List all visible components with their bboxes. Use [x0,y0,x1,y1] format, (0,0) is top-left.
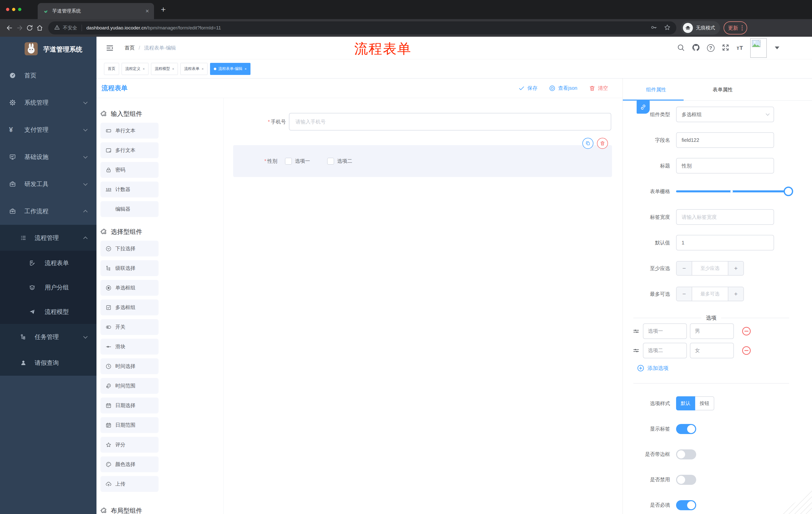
tab-component-props[interactable]: 组件属性 [623,78,689,100]
remove-option-button[interactable] [742,346,751,356]
disabled-toggle[interactable] [676,475,696,485]
breadcrumb-home[interactable]: 首页 [125,45,135,51]
drag-handle-icon[interactable] [632,347,640,354]
style-default-button[interactable]: 默认 [676,396,695,410]
save-button[interactable]: 保存 [518,85,538,91]
close-icon[interactable]: × [172,67,174,71]
option1-value-input[interactable] [690,323,734,339]
gender-option2-checkbox[interactable] [327,158,334,165]
palette-item-date-range[interactable]: 日期范围 [100,417,158,433]
min-select-input[interactable] [692,262,728,275]
field-name-input[interactable] [676,132,774,148]
sidebar-item-process-form[interactable]: 流程表单 [0,251,96,275]
increment-button[interactable]: + [728,262,744,275]
palette-item-cascader[interactable]: 级联选择 [100,260,158,276]
clear-button[interactable]: 清空 [589,85,608,91]
font-size-icon[interactable]: ᴛT [736,45,743,51]
decrement-button[interactable]: − [676,287,692,301]
sidebar-item-leave-query[interactable]: 请假查询 [0,350,96,376]
palette-item-multi-line-text[interactable]: 多行文本 [100,142,158,158]
new-tab-button[interactable]: + [161,4,166,14]
forward-icon[interactable] [14,24,25,32]
bookmark-star-icon[interactable] [664,24,671,32]
view-json-button[interactable]: 查看json [549,85,577,91]
drag-handle-icon[interactable] [632,327,640,335]
style-button-button[interactable]: 按钮 [695,396,714,410]
close-tab-icon[interactable]: × [145,8,149,14]
sidebar-logo[interactable]: 芋道管理系统 [0,37,96,62]
search-icon[interactable] [677,44,685,53]
palette-item-radio-group[interactable]: 单选框组 [100,280,158,296]
palette-item-time-range[interactable]: 时间范围 [100,378,158,394]
form-grid-slider[interactable] [676,184,789,199]
github-icon[interactable] [692,44,700,53]
sidebar-item-workflow[interactable]: 工作流程 [0,198,96,225]
increment-button[interactable]: + [728,287,744,301]
window-controls[interactable] [6,8,21,11]
component-type-select[interactable]: 多选框组 [676,107,774,122]
phone-field[interactable]: *手机号 [224,113,611,131]
browser-tab[interactable]: 芋道管理系统 × [38,3,154,19]
label-width-input[interactable] [676,209,774,225]
browser-menu-icon[interactable] [742,25,743,30]
palette-item-switch[interactable]: 开关 [100,319,158,335]
decrement-button[interactable]: − [676,262,692,275]
url-domain[interactable]: dashboard.yudao.iocoder.cn [86,25,146,31]
palette-item-checkbox-group[interactable]: 多选框组 [100,299,158,315]
tag-process-definition[interactable]: 流程定义× [122,63,148,75]
close-icon[interactable]: × [143,67,145,71]
palette-item-slider[interactable]: 滑块 [100,339,158,355]
palette-item-color-picker[interactable]: 颜色选择 [100,456,158,472]
phone-input[interactable] [289,113,611,131]
close-window-button[interactable] [6,8,9,11]
tab-form-props[interactable]: 表单属性 [689,78,756,100]
close-icon[interactable]: × [202,67,203,71]
palette-item-time-picker[interactable]: 时间选择 [100,358,158,374]
sidebar-item-task-management[interactable]: 任务管理 [0,324,96,350]
slider-handle[interactable] [784,187,793,196]
minimize-window-button[interactable] [12,8,15,11]
security-label[interactable]: 不安全 [63,25,77,31]
sidebar-item-infrastructure[interactable]: 基础设施 [0,143,96,170]
border-toggle[interactable] [676,450,696,459]
link-badge[interactable] [637,101,650,114]
option2-label-input[interactable] [643,343,687,358]
palette-item-counter[interactable]: 123计数器 [100,182,158,197]
form-canvas[interactable]: *手机号 *性别 选项一 选项二 [224,98,622,514]
gender-option1-label[interactable]: 选项一 [295,158,310,164]
sidebar-item-process-management[interactable]: 流程管理 [0,225,96,251]
zoom-window-button[interactable] [18,8,21,11]
max-select-input[interactable] [692,287,728,301]
sidebar-item-payment[interactable]: ¥ 支付管理 [0,116,96,143]
caret-down-icon[interactable] [775,47,779,49]
palette-item-upload[interactable]: 上传 [100,476,158,492]
required-toggle[interactable] [676,500,696,510]
option2-value-input[interactable] [690,343,734,358]
tag-process-model[interactable]: 流程模型× [151,63,178,75]
palette-item-rate[interactable]: 评分 [100,437,158,453]
add-option-button[interactable]: 添加选项 [623,360,812,376]
gender-option1-checkbox[interactable] [285,158,292,165]
show-label-toggle[interactable] [676,424,696,434]
tag-process-form[interactable]: 流程表单× [180,63,207,75]
sidebar-item-home[interactable]: 首页 [0,62,96,89]
sidebar-item-user-groups[interactable]: 用户分组 [0,275,96,299]
reload-icon[interactable] [25,24,35,32]
tag-home[interactable]: 首页 [104,63,119,75]
password-key-icon[interactable] [650,24,657,32]
browser-update-button[interactable]: 更新 [724,21,747,34]
sidebar-item-process-model[interactable]: 流程模型 [0,299,96,324]
palette-item-select[interactable]: 下拉选择 [100,241,158,256]
duplicate-component-button[interactable] [582,138,593,149]
option1-label-input[interactable] [643,323,687,339]
gender-field-selected[interactable]: *性别 选项一 选项二 [233,145,612,177]
help-icon[interactable]: ? [707,44,715,52]
sidebar-collapse-icon[interactable] [106,44,114,52]
close-icon[interactable]: × [245,67,247,71]
palette-item-date-picker[interactable]: 日期选择 [100,398,158,413]
back-icon[interactable] [4,24,14,32]
remove-option-button[interactable] [742,326,751,336]
address-bar[interactable]: 不安全 dashboard.yudao.iocoder.cn/bpm/manag… [48,21,676,34]
url-path[interactable]: /bpm/manager/form/edit?formId=11 [146,25,221,31]
palette-item-single-line-text[interactable]: 单行文本 [100,123,158,139]
